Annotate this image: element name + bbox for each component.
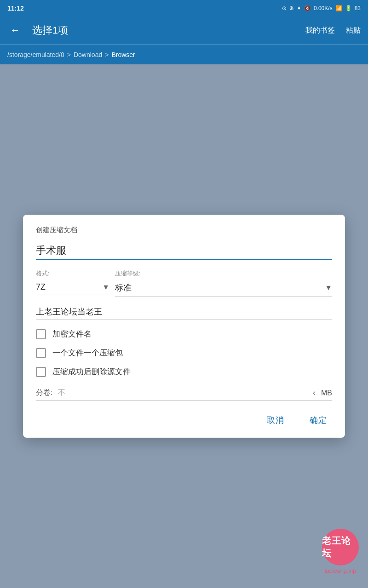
filename-input[interactable] xyxy=(36,242,332,260)
battery-level: 83 xyxy=(355,5,361,11)
network-icon: ⊙ xyxy=(282,5,287,11)
main-content: 创建压缩文档 格式: 7Z ▼ 压缩等级: 标准 ▼ xyxy=(0,64,368,588)
delete-source-checkbox-row[interactable]: 压缩成功后删除源文件 xyxy=(36,366,332,377)
watermark-text: 老王论坛 xyxy=(322,535,359,559)
battery-icon: 🔋 xyxy=(345,5,352,11)
confirm-button[interactable]: 确定 xyxy=(304,412,332,428)
app-title: 选择1项 xyxy=(32,23,296,37)
split-label: 分卷: xyxy=(36,388,52,398)
breadcrumb: /storage/emulated/0 > Download > Browser xyxy=(0,44,368,64)
create-archive-dialog: 创建压缩文档 格式: 7Z ▼ 压缩等级: 标准 ▼ xyxy=(23,215,345,438)
status-time: 11:12 xyxy=(7,5,24,12)
one-file-checkbox-row[interactable]: 一个文件一个压缩包 xyxy=(36,348,332,358)
paste-button[interactable]: 粘贴 xyxy=(346,26,361,35)
compression-arrow-icon: ▼ xyxy=(325,284,332,292)
one-file-checkbox[interactable] xyxy=(36,348,46,358)
format-group: 格式: 7Z ▼ xyxy=(36,269,109,295)
wifi-icon: ❋ xyxy=(289,5,294,11)
bookmarks-button[interactable]: 我的书签 xyxy=(305,26,335,35)
one-file-label: 一个文件一个压缩包 xyxy=(52,348,123,358)
breadcrumb-sep-2: > xyxy=(105,51,109,58)
watermark-logo: 老王论坛 xyxy=(322,529,359,565)
volume-icon: 🔇 xyxy=(304,5,311,11)
breadcrumb-item-browser[interactable]: Browser xyxy=(111,51,135,58)
watermark: 老王论坛 laowang.vip xyxy=(322,529,359,574)
dialog-actions: 取消 确定 xyxy=(36,412,332,428)
signal-icon: 📶 xyxy=(335,5,342,11)
format-label: 格式: xyxy=(36,269,109,278)
breadcrumb-item-root[interactable]: /storage/emulated/0 xyxy=(7,51,64,58)
network-speed: 0.00K/s xyxy=(314,5,333,11)
app-bar-actions: 我的书签 粘贴 xyxy=(305,26,361,35)
split-arrow-icon[interactable]: ‹ xyxy=(313,388,316,398)
password-input[interactable] xyxy=(36,304,332,320)
format-value: 7Z xyxy=(36,282,100,292)
compression-group: 压缩等级: 标准 ▼ xyxy=(115,269,332,297)
back-button[interactable]: ← xyxy=(7,22,23,39)
breadcrumb-item-download[interactable]: Download xyxy=(74,51,102,58)
format-compression-row: 格式: 7Z ▼ 压缩等级: 标准 ▼ xyxy=(36,269,332,297)
split-row: 分卷: ‹ MB xyxy=(36,385,332,401)
encrypt-filename-label: 加密文件名 xyxy=(52,329,92,339)
bluetooth-icon: ✦ xyxy=(297,5,301,11)
format-select[interactable]: 7Z ▼ xyxy=(36,280,109,295)
delete-source-label: 压缩成功后删除源文件 xyxy=(52,366,131,377)
cancel-button[interactable]: 取消 xyxy=(261,412,289,428)
split-unit: MB xyxy=(321,389,332,397)
compression-label: 压缩等级: xyxy=(115,269,332,278)
delete-source-checkbox[interactable] xyxy=(36,367,46,377)
dialog-overlay: 创建压缩文档 格式: 7Z ▼ 压缩等级: 标准 ▼ xyxy=(0,64,368,588)
breadcrumb-sep-1: > xyxy=(67,51,71,58)
encrypt-filename-checkbox-row[interactable]: 加密文件名 xyxy=(36,329,332,339)
encrypt-filename-checkbox[interactable] xyxy=(36,329,46,339)
app-bar: ← 选择1项 我的书签 粘贴 xyxy=(0,17,368,44)
status-bar: 11:12 ⊙ ❋ ✦ 🔇 0.00K/s 📶 🔋 83 xyxy=(0,0,368,17)
split-input[interactable] xyxy=(58,389,307,397)
dialog-title: 创建压缩文档 xyxy=(36,226,332,234)
watermark-url: laowang.vip xyxy=(325,567,356,574)
compression-value: 标准 xyxy=(115,282,323,293)
status-right: ⊙ ❋ ✦ 🔇 0.00K/s 📶 🔋 83 xyxy=(282,5,361,11)
compression-select[interactable]: 标准 ▼ xyxy=(115,280,332,297)
format-arrow-icon: ▼ xyxy=(102,283,109,291)
